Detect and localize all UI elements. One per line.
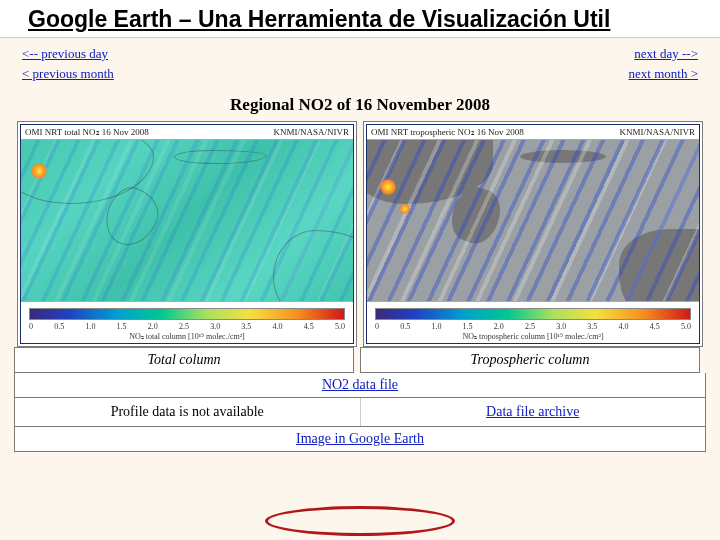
prev-month-link[interactable]: < previous month [22, 64, 114, 84]
map-right-header: OMI NRT tropospheric NO₂ 16 Nov 2008 [371, 127, 524, 137]
colorbar-right-ticks: 00.51.01.52.02.53.03.54.04.55.0 [367, 322, 699, 332]
colorbar-left-ticks: 00.51.01.52.02.53.03.54.04.55.0 [21, 322, 353, 332]
profile-na-text: Profile data is not available [15, 398, 360, 426]
data-archive-link[interactable]: Data file archive [486, 404, 579, 419]
map-left-header: OMI NRT total NO₂ 16 Nov 2008 [25, 127, 149, 137]
next-month-link[interactable]: next month > [629, 64, 698, 84]
colorbar-left [29, 308, 345, 320]
slide-title: Google Earth – Una Herramienta de Visual… [0, 0, 720, 38]
axis-label-right: NO₂ tropospheric column [10¹⁵ molec./cm²… [367, 332, 699, 343]
google-earth-link[interactable]: Image in Google Earth [296, 431, 424, 446]
axis-label-left: NO₂ total column [10¹⁵ molec./cm²] [21, 332, 353, 343]
row-google-earth: Image in Google Earth [14, 427, 706, 452]
caption-tropo: Tropospheric column [360, 347, 700, 373]
map-tropospheric-column: OMI NRT tropospheric NO₂ 16 Nov 2008 KNM… [363, 121, 703, 347]
next-day-link[interactable]: next day --> [629, 44, 698, 64]
highlight-ellipse [265, 506, 455, 536]
row-no2-file: NO2 data file [14, 373, 706, 398]
prev-day-link[interactable]: <-- previous day [22, 44, 114, 64]
map-total-column: OMI NRT total NO₂ 16 Nov 2008 KNMI/NASA/… [17, 121, 357, 347]
map-left-credit: KNMI/NASA/NIVR [273, 127, 349, 137]
colorbar-right [375, 308, 691, 320]
caption-total: Total column [14, 347, 354, 373]
map-right-credit: KNMI/NASA/NIVR [619, 127, 695, 137]
no2-data-file-link[interactable]: NO2 data file [322, 377, 398, 392]
nav-links: <-- previous day < previous month next d… [0, 38, 720, 85]
map-left-canvas [21, 139, 353, 302]
chart-title: Regional NO2 of 16 November 2008 [0, 85, 720, 121]
map-right-canvas [367, 139, 699, 302]
